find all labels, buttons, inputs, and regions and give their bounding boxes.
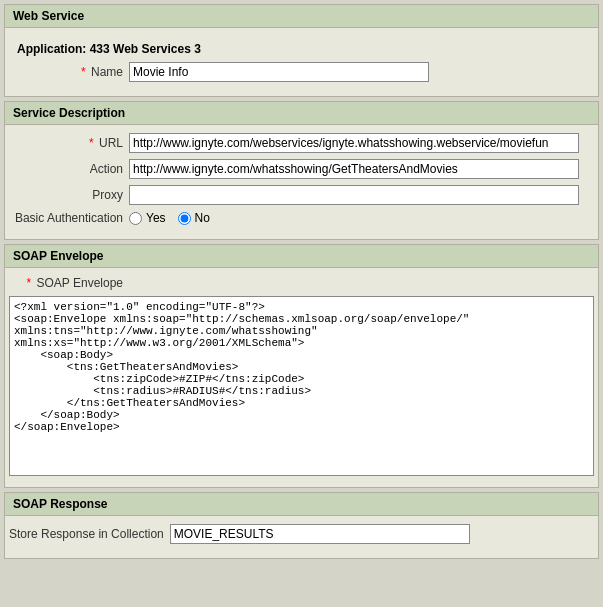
soap-envelope-textarea[interactable]: <?xml version="1.0" encoding="UTF-8"?> <…	[9, 296, 594, 476]
web-service-title: Web Service	[13, 9, 84, 23]
name-required-star: *	[81, 65, 86, 79]
url-label: * URL	[9, 136, 129, 150]
proxy-input[interactable]	[129, 185, 579, 205]
auth-yes-radio[interactable]	[129, 212, 142, 225]
proxy-label: Proxy	[9, 188, 129, 202]
url-required-star: *	[89, 136, 94, 150]
auth-radio-group: Yes No	[129, 211, 218, 225]
soap-envelope-label: * SOAP Envelope	[9, 276, 129, 290]
action-row: Action	[9, 159, 594, 179]
store-response-input[interactable]	[170, 524, 470, 544]
service-description-title: Service Description	[13, 106, 125, 120]
action-input[interactable]	[129, 159, 579, 179]
soap-envelope-header: SOAP Envelope	[5, 245, 598, 268]
proxy-row: Proxy	[9, 185, 594, 205]
service-description-header: Service Description	[5, 102, 598, 125]
web-service-header: Web Service	[5, 5, 598, 28]
soap-envelope-row: * SOAP Envelope	[9, 276, 594, 290]
soap-response-header: SOAP Response	[5, 493, 598, 516]
url-row: * URL	[9, 133, 594, 153]
soap-textarea-container: <?xml version="1.0" encoding="UTF-8"?> <…	[9, 296, 594, 479]
auth-no-label: No	[195, 211, 210, 225]
application-label: Application: 433 Web Services 3	[9, 36, 594, 62]
store-response-row: Store Response in Collection	[9, 524, 594, 544]
basic-auth-label: Basic Authentication	[9, 211, 129, 225]
store-response-label: Store Response in Collection	[9, 527, 170, 541]
soap-required-star: *	[26, 276, 31, 290]
web-service-section: Web Service Application: 433 Web Service…	[4, 4, 599, 97]
auth-no-radio[interactable]	[178, 212, 191, 225]
url-input[interactable]	[129, 133, 579, 153]
name-label: * Name	[9, 65, 129, 79]
action-label: Action	[9, 162, 129, 176]
soap-envelope-title: SOAP Envelope	[13, 249, 103, 263]
auth-yes-label: Yes	[146, 211, 166, 225]
app-label-text: Application:	[17, 42, 86, 56]
service-description-section: Service Description * URL Action Proxy B…	[4, 101, 599, 240]
name-row: * Name	[9, 62, 594, 82]
name-input[interactable]	[129, 62, 429, 82]
basic-auth-row: Basic Authentication Yes No	[9, 211, 594, 225]
soap-response-title: SOAP Response	[13, 497, 107, 511]
app-name-text: 433 Web Services 3	[90, 42, 201, 56]
soap-envelope-section: SOAP Envelope * SOAP Envelope <?xml vers…	[4, 244, 599, 488]
soap-response-section: SOAP Response Store Response in Collecti…	[4, 492, 599, 559]
